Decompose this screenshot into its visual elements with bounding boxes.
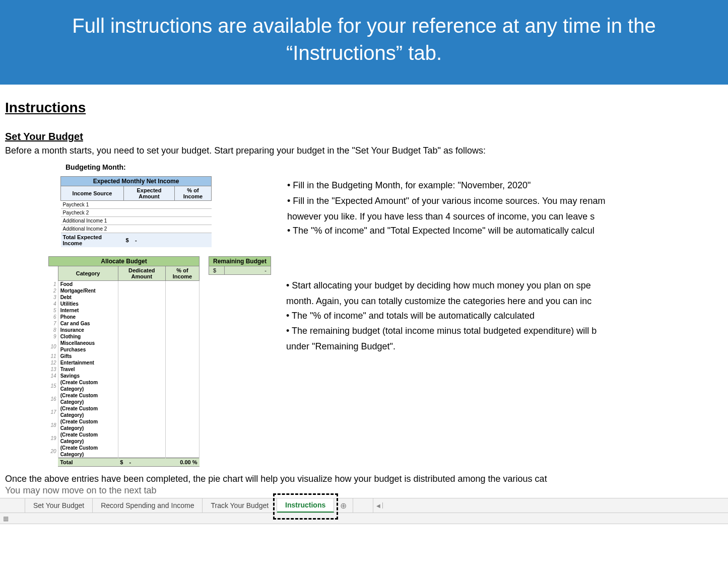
category-name: Mortgage/Rent [58, 287, 118, 294]
row-num: 18 [49, 418, 58, 431]
row-num: 9 [49, 333, 58, 340]
allocate-row: 17(Create Custom Category) [49, 405, 200, 418]
allocate-col-pct: % of Income [165, 266, 199, 281]
allocate-total-symbol: $ [120, 459, 123, 465]
income-row-label: Paycheck 2 [61, 209, 124, 217]
intro-paragraph: Before a month starts, you need to set y… [5, 146, 728, 156]
category-name: Travel [58, 366, 118, 373]
allocate-row: 4Utilities [49, 301, 200, 307]
category-name: Phone [58, 314, 118, 320]
row-num: 13 [49, 366, 58, 373]
category-name: Miscellaneous Purchases [58, 340, 118, 353]
allocate-row: 18(Create Custom Category) [49, 418, 200, 431]
bullet-cont: however you like. If you have less than … [287, 209, 605, 224]
row-num: 17 [49, 405, 58, 418]
category-name: Utilities [58, 301, 118, 307]
tab-set-your-budget[interactable]: Set Your Budget [25, 498, 93, 513]
allocate-row: 19(Create Custom Category) [49, 431, 200, 445]
allocate-total-value: - [129, 459, 131, 465]
tab-separator [353, 498, 373, 513]
income-row-label: Additional Income 1 [61, 217, 124, 225]
tab-record-spending[interactable]: Record Spending and Income [93, 498, 203, 513]
row-num: 2 [49, 287, 58, 294]
allocate-table: Allocate Budget Category Dedicated Amoun… [48, 256, 200, 467]
allocate-row: 2Mortgage/Rent [49, 287, 200, 294]
allocate-row: 3Debt [49, 294, 200, 301]
allocate-col-amt: Dedicated Amount [118, 266, 165, 281]
closing-paragraph-2: You may now move on to the next tab [5, 485, 728, 496]
category-name: (Create Custom Category) [58, 379, 118, 392]
row-num: 15 [49, 379, 58, 392]
row-num: 16 [49, 392, 58, 405]
category-name: Clothing [58, 333, 118, 340]
allocate-row: 7Car and Gas [49, 320, 200, 327]
bullet: Start allocating your budget by deciding… [286, 278, 597, 293]
tab-track-budget[interactable]: Track Your Budget [203, 498, 277, 513]
allocate-col-cat: Category [58, 266, 118, 281]
allocate-row: 12Entertainment [49, 359, 200, 366]
closing-paragraph: Once the above entries have been complet… [5, 474, 728, 484]
page-title: Instructions [5, 100, 728, 116]
income-row-label: Additional Income 2 [61, 225, 124, 233]
row-num: 11 [49, 353, 58, 359]
income-col-pct: % of Income [174, 186, 211, 201]
allocate-row: 8Insurance [49, 327, 200, 333]
row-num: 14 [49, 373, 58, 379]
category-name: Car and Gas [58, 320, 118, 327]
allocate-row: 15(Create Custom Category) [49, 379, 200, 392]
income-total-symbol: $ [126, 237, 129, 243]
allocate-row: 10Miscellaneous Purchases [49, 340, 200, 353]
allocate-row: 1Food [49, 281, 200, 288]
row-num: 19 [49, 431, 58, 445]
tab-instructions[interactable]: Instructions [277, 498, 334, 513]
income-bullets: Fill in the Budgeting Month, for example… [287, 178, 605, 239]
allocate-row: 6Phone [49, 314, 200, 320]
row-num: 1 [49, 281, 58, 288]
remaining-title: Remaining Budget [209, 257, 271, 266]
row-num: 3 [49, 294, 58, 301]
bullet-cont: under "Remaining Budget". [286, 339, 597, 354]
allocate-row: 5Internet [49, 307, 200, 314]
income-row: Expected Monthly Net Income Income Sourc… [60, 176, 728, 247]
category-name: (Create Custom Category) [58, 445, 118, 458]
grid-icon: ▦ [3, 515, 9, 522]
category-name: (Create Custom Category) [58, 405, 118, 418]
row-num: 5 [49, 307, 58, 314]
allocate-row: 11Gifts [49, 353, 200, 359]
budgeting-month-label: Budgeting Month: [65, 163, 728, 171]
bullet: The "% of income" and "Total Expected In… [287, 224, 605, 238]
allocate-row: 20(Create Custom Category) [49, 445, 200, 458]
remaining-value: - [224, 266, 271, 275]
section-set-budget: Set Your Budget [5, 131, 728, 142]
bullet: Fill in the Budgeting Month, for example… [287, 178, 605, 193]
row-num: 20 [49, 445, 58, 458]
income-total-value: - [135, 237, 137, 243]
info-banner: Full instructions are available for your… [0, 0, 728, 85]
income-table-title: Expected Monthly Net Income [61, 177, 212, 186]
new-sheet-button[interactable]: ⊕ [334, 498, 353, 513]
category-name: Debt [58, 294, 118, 301]
bullet: Fill in the "Expected Amount" of your va… [287, 194, 605, 208]
allocate-row: 16(Create Custom Category) [49, 392, 200, 405]
allocate-tables: Allocate Budget Category Dedicated Amoun… [48, 256, 271, 467]
category-name: Gifts [58, 353, 118, 359]
category-name: Savings [58, 373, 118, 379]
row-num: 6 [49, 314, 58, 320]
row-num: 8 [49, 327, 58, 333]
allocate-row: Allocate Budget Category Dedicated Amoun… [48, 256, 728, 467]
row-num: 7 [49, 320, 58, 327]
remaining-symbol: $ [209, 266, 225, 275]
income-col-source: Income Source [61, 186, 124, 201]
category-name: Insurance [58, 327, 118, 333]
allocate-row: 13Travel [49, 366, 200, 373]
horizontal-scrollbar[interactable]: ◀ [373, 498, 728, 513]
scroll-left-icon[interactable]: ◀ [376, 503, 380, 508]
allocate-row: 14Savings [49, 373, 200, 379]
category-name: Internet [58, 307, 118, 314]
allocate-row: 9Clothing [49, 333, 200, 340]
category-name: (Create Custom Category) [58, 392, 118, 405]
category-name: (Create Custom Category) [58, 431, 118, 445]
allocate-total-pct: 0.00 % [165, 458, 199, 467]
status-bar: ▦ [0, 513, 728, 524]
instructions-content: Instructions Set Your Budget Before a mo… [0, 85, 728, 467]
